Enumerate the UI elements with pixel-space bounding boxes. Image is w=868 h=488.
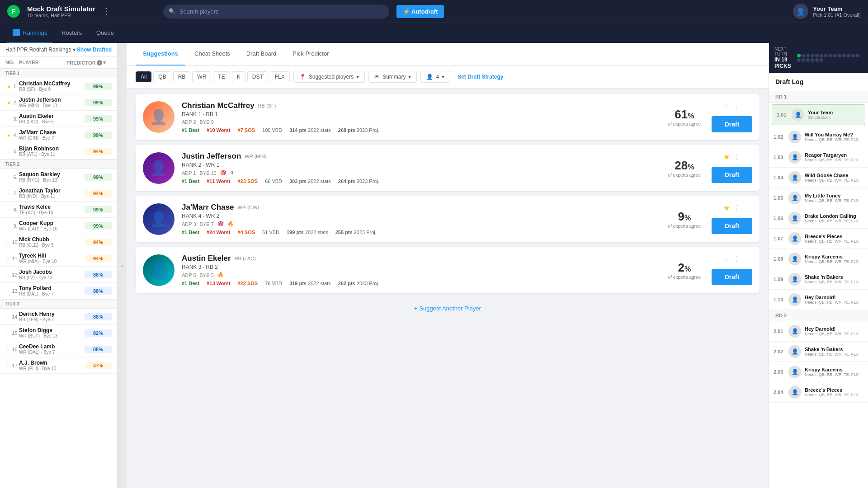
more-options-icon[interactable]: ⋮ bbox=[733, 204, 741, 212]
pos-filter-flx[interactable]: FLX bbox=[270, 71, 290, 82]
player-tags: ADP 2 BYE 9 bbox=[182, 119, 661, 125]
list-item[interactable]: ☆ 9. Cooper Kupp WR (LAR) · Bye 10 99% bbox=[0, 218, 117, 234]
player-info: Stefon Diggs WR (BUF) · Bye 13 bbox=[19, 327, 85, 338]
show-drafted-button[interactable]: Show Drafted bbox=[77, 47, 112, 53]
pos-filter-te[interactable]: TE bbox=[213, 71, 230, 82]
list-item[interactable]: ☆ 6. Saquon Barkley RB (NYG) · Bye 13 99… bbox=[0, 169, 117, 185]
star-icon[interactable]: ★ bbox=[7, 133, 11, 138]
list-item[interactable]: ☆ 17. A.J. Brown WR (PHI) · Bye 10 47% bbox=[0, 357, 117, 374]
pos-filter-qb[interactable]: QB bbox=[153, 71, 171, 82]
rankings-dropdown[interactable]: Half PPR Redraft Rankings ▾ bbox=[5, 47, 75, 53]
pick-team-needs: Needs: QB, RB, WR, TE, FLX bbox=[805, 137, 863, 142]
favorite-icon[interactable]: ★ bbox=[723, 204, 730, 212]
star-icon[interactable]: ☆ bbox=[5, 347, 9, 352]
pick-team-name: My Little Toney bbox=[805, 193, 863, 198]
player-info: Tyreek Hill WR (MIA) · Bye 10 bbox=[19, 253, 85, 264]
pos-filter-wr[interactable]: WR bbox=[192, 71, 211, 82]
list-item[interactable]: ★ 4. Ja'Marr Chase WR (CIN) · Bye 7 99% bbox=[0, 127, 117, 143]
autodraft-button[interactable]: ⚡ Autodraft bbox=[396, 5, 444, 18]
player-pos: RB (SF) bbox=[258, 103, 276, 108]
suggest-another[interactable]: + Suggest Another Player bbox=[136, 298, 760, 319]
star-icon[interactable]: ★ bbox=[7, 100, 11, 105]
star-icon[interactable]: ☆ bbox=[7, 191, 11, 196]
pick-number: 1.06 bbox=[774, 216, 785, 221]
list-item[interactable]: ☆ 5. Bijan Robinson RB (ATL) · Bye 11 94… bbox=[0, 143, 117, 160]
player-number: ☆ 12. bbox=[5, 272, 19, 277]
star-icon[interactable]: ☆ bbox=[7, 175, 11, 180]
draft-pick-item[interactable]: 1.01 👤 Your Team On the clock bbox=[772, 104, 865, 125]
favorite-icon[interactable]: ☆ bbox=[723, 102, 730, 111]
list-item[interactable]: ☆ 16. CeeDee Lamb WR (DAL) · Bye 7 88% bbox=[0, 341, 117, 357]
star-icon[interactable]: ☆ bbox=[5, 272, 9, 277]
list-item[interactable]: ☆ 13. Tony Pollard RB (DAL) · Bye 7 88% bbox=[0, 283, 117, 299]
view-dropdown[interactable]: 👁 Summary ▾ bbox=[368, 71, 417, 83]
star-icon[interactable]: ☆ bbox=[5, 331, 9, 336]
search-input[interactable] bbox=[163, 5, 389, 19]
player-info: Josh Jacobs RB (LV) · Bye 13 bbox=[19, 269, 85, 280]
star-icon[interactable]: ☆ bbox=[5, 363, 9, 368]
star-icon[interactable]: ☆ bbox=[5, 240, 9, 245]
expert-agree: 28% of experts agree bbox=[668, 159, 701, 178]
tab-draft-board[interactable]: Draft Board bbox=[239, 43, 283, 66]
draft-button[interactable]: Draft bbox=[712, 116, 752, 132]
pick-team-needs: Needs: QB, RB, WR, TE, FLX bbox=[805, 158, 863, 162]
sub-nav-queue[interactable]: Queue bbox=[91, 23, 119, 43]
tab-cheat-sheets[interactable]: Cheat Sheets bbox=[187, 43, 237, 66]
tab-suggestions[interactable]: Suggestions bbox=[136, 43, 185, 66]
pick-avatar: 👤 bbox=[788, 293, 801, 306]
sidebar-toggle[interactable]: ‹ bbox=[118, 43, 127, 488]
menu-icon[interactable]: ⋮ bbox=[103, 6, 111, 16]
players-dropdown[interactable]: 📍 Suggested players ▾ bbox=[293, 71, 365, 83]
pick-team-name: Shake 'n Bakers bbox=[805, 347, 863, 352]
star-icon[interactable]: ☆ bbox=[5, 289, 9, 294]
star-icon[interactable]: ☆ bbox=[7, 149, 11, 154]
pos-filter-rb[interactable]: RB bbox=[173, 71, 191, 82]
sub-nav-rankings[interactable]: Rankings bbox=[7, 23, 52, 43]
player-photo: 👤 bbox=[143, 254, 175, 286]
set-strategy-button[interactable]: Set Draft Strategy bbox=[458, 74, 503, 80]
sub-nav-rosters[interactable]: Rosters bbox=[56, 23, 87, 43]
list-item[interactable]: ☆ 14. Derrick Henry RB (TEN) · Bye 7 88% bbox=[0, 309, 117, 325]
pos-filter-all[interactable]: All bbox=[136, 71, 151, 82]
star-icon[interactable]: ☆ bbox=[5, 314, 9, 319]
draft-button[interactable]: Draft bbox=[712, 269, 752, 285]
player-tags: ADP 3 BYE 7 🎯🔥 bbox=[182, 221, 661, 227]
list-item[interactable]: ☆ 12. Josh Jacobs RB (LV) · Bye 13 88% bbox=[0, 267, 117, 283]
view-dropdown-label: Summary bbox=[382, 74, 406, 80]
star-icon[interactable]: ☆ bbox=[7, 207, 11, 212]
draft-button[interactable]: Draft bbox=[712, 218, 752, 234]
pick-dot bbox=[806, 54, 810, 57]
card-icons: ☆ ⋮ bbox=[723, 255, 741, 263]
bye-tag: BYE 13 bbox=[200, 170, 217, 176]
right-panel: NEXT TURN IN 19 PICKS Draft Log RD 1 1.0… bbox=[769, 43, 868, 488]
player-info: Jonathan Taylor RB (IND) · Bye 11 bbox=[19, 188, 85, 199]
pos-filter-k[interactable]: K bbox=[232, 71, 245, 82]
list-item[interactable]: ★ 2. Justin Jefferson WR (MIN) · Bye 13 … bbox=[0, 94, 117, 111]
player-number: ★ 2. bbox=[5, 100, 19, 105]
next-turn-label: NEXT TURN bbox=[774, 47, 797, 56]
tab-pick-predictor[interactable]: Pick Predictor bbox=[285, 43, 336, 66]
player-number: ☆ 5. bbox=[5, 149, 19, 154]
adp-tag: ADP 2 bbox=[182, 119, 196, 125]
player-name: Saquon Barkley bbox=[19, 171, 85, 178]
star-icon[interactable]: ☆ bbox=[5, 256, 9, 261]
star-icon[interactable]: ☆ bbox=[7, 224, 11, 229]
more-options-icon[interactable]: ⋮ bbox=[733, 255, 741, 263]
star-icon[interactable]: ☆ bbox=[7, 117, 11, 122]
pos-filter-dst[interactable]: DST bbox=[247, 71, 268, 82]
favorite-icon[interactable]: ☆ bbox=[723, 255, 730, 263]
more-options-icon[interactable]: ⋮ bbox=[733, 102, 741, 111]
draft-button[interactable]: Draft bbox=[712, 167, 752, 183]
player-score: 82% bbox=[85, 329, 112, 337]
list-item[interactable]: ☆ 10. Nick Chubb RB (CLE) · Bye 5 94% bbox=[0, 234, 117, 250]
list-item[interactable]: ☆ 7. Jonathan Taylor RB (IND) · Bye 11 9… bbox=[0, 185, 117, 202]
list-item[interactable]: ☆ 8. Travis Kelce TE (KC) · Bye 10 99% bbox=[0, 202, 117, 218]
list-item[interactable]: ★ 1. Christian McCaffrey RB (SF) · Bye 9… bbox=[0, 78, 117, 94]
list-item[interactable]: ☆ 3. Austin Ekeler RB (LAC) · Bye 5 99% bbox=[0, 111, 117, 127]
count-dropdown[interactable]: 👤 4 ▾ bbox=[420, 71, 450, 83]
list-item[interactable]: ☆ 11. Tyreek Hill WR (MIA) · Bye 10 94% bbox=[0, 250, 117, 267]
favorite-icon[interactable]: ★ bbox=[723, 153, 730, 161]
more-options-icon[interactable]: ⋮ bbox=[733, 153, 741, 161]
star-icon[interactable]: ★ bbox=[7, 84, 11, 89]
list-item[interactable]: ☆ 15. Stefon Diggs WR (BUF) · Bye 13 82% bbox=[0, 325, 117, 341]
